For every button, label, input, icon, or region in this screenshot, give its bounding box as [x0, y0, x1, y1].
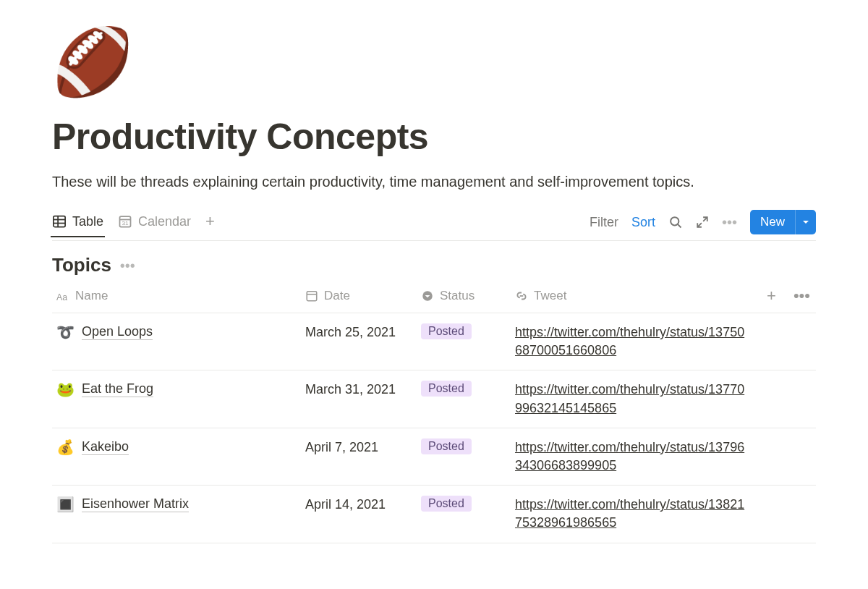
- column-more-icon[interactable]: •••: [793, 287, 810, 305]
- svg-line-8: [678, 224, 681, 227]
- text-icon: Aa: [56, 289, 69, 302]
- tweet-link[interactable]: https://twitter.com/thehulry/status/1379…: [515, 440, 744, 473]
- status-badge: Posted: [421, 381, 472, 397]
- view-tab-table-label: Table: [72, 214, 103, 229]
- calendar-icon: 31: [118, 214, 132, 229]
- table-row[interactable]: 💰KakeiboApril 7, 2021Postedhttps://twitt…: [52, 428, 816, 486]
- cell-status[interactable]: Posted: [421, 323, 515, 339]
- row-name-text: Kakeibo: [82, 439, 129, 455]
- link-icon: [515, 289, 528, 302]
- cell-tweet[interactable]: https://twitter.com/thehulry/status/1377…: [515, 381, 746, 417]
- add-column-button[interactable]: +: [767, 287, 776, 305]
- page-description[interactable]: These will be threads explaining certain…: [52, 171, 816, 192]
- cell-date[interactable]: April 7, 2021: [305, 438, 421, 457]
- table-row[interactable]: ➰Open LoopsMarch 25, 2021Postedhttps://t…: [52, 313, 816, 370]
- cell-date[interactable]: March 31, 2021: [305, 381, 421, 399]
- row-name-text: Eat the Frog: [82, 381, 153, 397]
- cell-name[interactable]: 💰Kakeibo: [52, 438, 305, 456]
- expand-icon[interactable]: [696, 216, 709, 229]
- sort-button[interactable]: Sort: [631, 215, 655, 230]
- table-icon: [52, 214, 67, 229]
- status-badge: Posted: [421, 323, 472, 339]
- column-header-tweet-label: Tweet: [534, 289, 566, 303]
- select-icon: [421, 289, 434, 302]
- svg-rect-0: [54, 216, 65, 227]
- tweet-link[interactable]: https://twitter.com/thehulry/status/1382…: [515, 497, 744, 530]
- date-icon: [305, 289, 318, 302]
- column-header-tweet[interactable]: Tweet: [515, 289, 746, 303]
- cell-name[interactable]: ➰Open Loops: [52, 323, 305, 341]
- view-tab-calendar[interactable]: 31 Calendar: [118, 214, 191, 237]
- row-name-text: Open Loops: [82, 324, 153, 340]
- svg-point-7: [671, 217, 678, 225]
- column-header-status[interactable]: Status: [421, 289, 515, 303]
- cell-tweet[interactable]: https://twitter.com/thehulry/status/1375…: [515, 323, 746, 360]
- new-button[interactable]: New: [750, 210, 795, 234]
- filter-button[interactable]: Filter: [590, 215, 618, 230]
- cell-date[interactable]: March 25, 2021: [305, 323, 421, 342]
- cell-tweet[interactable]: https://twitter.com/thehulry/status/1382…: [515, 496, 746, 532]
- table-row[interactable]: 🐸Eat the FrogMarch 31, 2021Postedhttps:/…: [52, 370, 816, 428]
- table-row[interactable]: 🔳Eisenhower MatrixApril 14, 2021Postedht…: [52, 486, 816, 543]
- column-header-name[interactable]: Aa Name: [52, 289, 305, 303]
- row-icon: 🔳: [56, 496, 75, 513]
- cell-name[interactable]: 🐸Eat the Frog: [52, 381, 305, 398]
- views-toolbar: Table 31 Calendar + Filter Sort: [52, 210, 816, 241]
- more-icon[interactable]: •••: [722, 215, 737, 229]
- page-icon[interactable]: 🏈: [52, 29, 133, 94]
- table-header: Aa Name Date: [52, 287, 816, 313]
- column-header-date-label: Date: [324, 289, 350, 303]
- row-icon: 🐸: [56, 381, 75, 398]
- svg-rect-12: [307, 292, 317, 301]
- cell-status[interactable]: Posted: [421, 438, 515, 454]
- cell-status[interactable]: Posted: [421, 496, 515, 512]
- section-more-icon[interactable]: •••: [120, 258, 135, 273]
- status-badge: Posted: [421, 496, 472, 512]
- view-tab-calendar-label: Calendar: [138, 214, 191, 229]
- view-tab-table[interactable]: Table: [52, 214, 103, 237]
- tweet-link[interactable]: https://twitter.com/thehulry/status/1375…: [515, 325, 744, 357]
- column-header-date[interactable]: Date: [305, 289, 421, 303]
- cell-tweet[interactable]: https://twitter.com/thehulry/status/1379…: [515, 438, 746, 475]
- row-icon: 💰: [56, 438, 75, 456]
- search-icon[interactable]: [668, 215, 683, 229]
- status-badge: Posted: [421, 438, 472, 454]
- row-name-text: Eisenhower Matrix: [82, 496, 189, 512]
- section-title[interactable]: Topics: [52, 254, 111, 276]
- new-dropdown-button[interactable]: [795, 210, 816, 234]
- svg-text:Aa: Aa: [56, 292, 67, 302]
- column-header-status-label: Status: [440, 289, 475, 303]
- page-title[interactable]: Productivity Concepts: [52, 116, 816, 158]
- tweet-link[interactable]: https://twitter.com/thehulry/status/1377…: [515, 382, 744, 415]
- chevron-down-icon: [801, 218, 810, 226]
- cell-date[interactable]: April 14, 2021: [305, 496, 421, 514]
- cell-status[interactable]: Posted: [421, 381, 515, 397]
- add-view-button[interactable]: +: [205, 213, 215, 237]
- column-header-name-label: Name: [75, 289, 108, 303]
- svg-text:31: 31: [122, 220, 129, 226]
- row-icon: ➰: [56, 323, 75, 341]
- cell-name[interactable]: 🔳Eisenhower Matrix: [52, 496, 305, 513]
- topics-table: Aa Name Date: [52, 287, 816, 543]
